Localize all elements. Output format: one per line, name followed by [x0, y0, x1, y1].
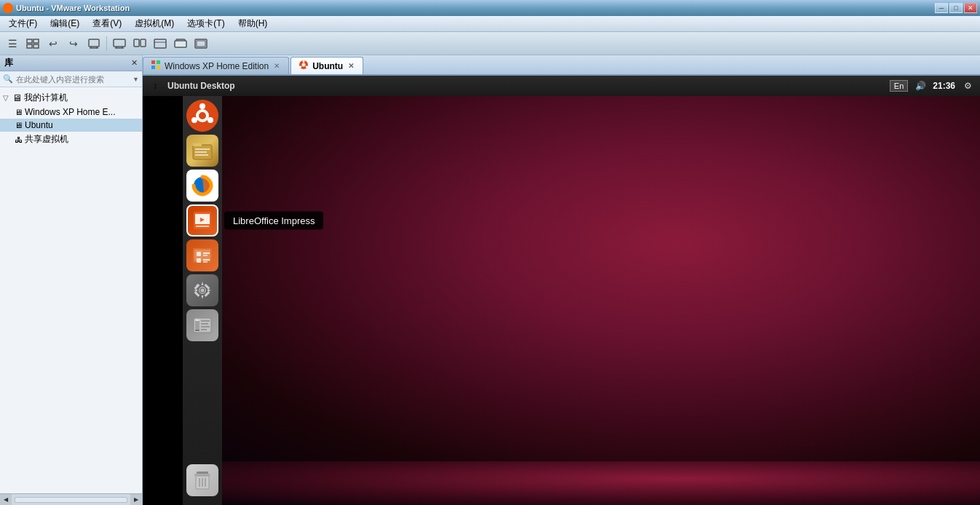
launcher-trash-button[interactable] — [186, 464, 218, 496]
launcher-disk-wrap — [186, 309, 218, 341]
svg-rect-51 — [197, 258, 201, 263]
ubuntu-panel-sort-icon[interactable]: ↕ — [149, 79, 162, 92]
tree-root-item[interactable]: ▽ 🖥 我的计算机 — [0, 90, 142, 106]
toolbar-btn-1[interactable]: ☰ — [3, 35, 22, 52]
svg-rect-45 — [196, 226, 209, 227]
ubuntu-lang-button[interactable]: En — [890, 80, 908, 92]
tree-label-shared: 共享虚拟机 — [25, 133, 68, 146]
svg-rect-13 — [134, 39, 139, 47]
winxp-icon: 🖥 — [15, 108, 23, 116]
tab-ubuntu-close[interactable]: ✕ — [347, 62, 355, 70]
svg-rect-3 — [27, 44, 32, 48]
svg-rect-48 — [197, 252, 201, 256]
svg-rect-22 — [157, 60, 160, 64]
tree-item-shared[interactable]: 🖧 共享虚拟机 — [0, 132, 142, 147]
desktop-bottom-strip — [143, 461, 980, 505]
ubuntu-panel-title: Ubuntu Desktop — [167, 81, 235, 91]
tab-winxp[interactable]: Windows XP Home Edition ✕ — [143, 57, 289, 74]
launcher-impress-wrap: LibreOffice Impress — [186, 204, 218, 236]
svg-rect-4 — [33, 44, 39, 48]
svg-rect-18 — [175, 41, 186, 47]
svg-rect-15 — [154, 39, 166, 48]
tree-area: ▽ 🖥 我的计算机 🖥 Windows XP Home E... 🖥 Ubunt… — [0, 87, 142, 493]
svg-point-34 — [191, 117, 197, 123]
toolbar-btn-vm3[interactable] — [151, 35, 170, 52]
tab-bar: Windows XP Home Edition ✕ Ubuntu ✕ — [143, 55, 980, 76]
launcher-ubuntu-button[interactable] — [186, 100, 218, 132]
search-dropdown-icon[interactable]: ▼ — [133, 76, 139, 83]
toolbar-btn-vm1[interactable] — [110, 35, 129, 52]
toolbar-btn-vm5[interactable] — [191, 35, 210, 52]
ubuntu-settings-icon[interactable]: ⚙ — [961, 79, 974, 92]
tree-root-label: 我的计算机 — [24, 92, 68, 104]
toolbar-btn-undo[interactable]: ↩ — [44, 35, 63, 52]
right-panel: Windows XP Home Edition ✕ Ubuntu ✕ — [143, 55, 980, 505]
menu-help[interactable]: 帮助(H) — [232, 16, 274, 31]
main-content: 库 ✕ 🔍 ▼ ▽ 🖥 我的计算机 🖥 Windows XP Home E...… — [0, 55, 980, 505]
launcher-settings-button[interactable] — [186, 274, 218, 306]
minimize-button[interactable]: ─ — [935, 3, 948, 13]
tab-winxp-icon — [151, 60, 161, 72]
toolbar-btn-vm4[interactable] — [171, 35, 190, 52]
launcher-files-button[interactable] — [186, 135, 218, 167]
left-panel-scrollbar: ◀ ▶ — [0, 493, 142, 505]
window-title: Ubuntu - VMware Workstation — [16, 4, 130, 12]
ubuntu-desktop: ↕ Ubuntu Desktop En 🔊 21:36 ⚙ — [143, 76, 980, 505]
tree-toggle-root[interactable]: ▽ — [3, 94, 10, 102]
desktop-area: LibreOffice Impress — [143, 96, 980, 461]
svg-point-26 — [302, 63, 306, 67]
ubuntu-wallpaper[interactable] — [222, 96, 980, 461]
svg-rect-57 — [194, 291, 200, 297]
wallpaper-bottom — [222, 461, 980, 505]
search-input[interactable] — [16, 75, 130, 84]
scroll-left-button[interactable]: ◀ — [0, 494, 12, 506]
svg-point-60 — [201, 289, 205, 293]
computer-icon: 🖥 — [12, 92, 22, 103]
svg-rect-5 — [89, 39, 99, 47]
svg-rect-39 — [195, 151, 207, 153]
toolbar-btn-2[interactable] — [23, 35, 42, 52]
left-panel: 库 ✕ 🔍 ▼ ▽ 🖥 我的计算机 🖥 Windows XP Home E...… — [0, 55, 143, 505]
tree-item-winxp[interactable]: 🖥 Windows XP Home E... — [0, 106, 142, 119]
svg-rect-24 — [157, 65, 160, 69]
title-bar-left: Ubuntu - VMware Workstation — [3, 3, 130, 13]
search-icon: 🔍 — [3, 74, 13, 84]
title-bar: Ubuntu - VMware Workstation ─ □ ✕ — [0, 0, 980, 16]
tree-item-ubuntu[interactable]: 🖥 Ubuntu — [0, 119, 142, 132]
scroll-right-button[interactable]: ▶ — [130, 494, 142, 506]
launcher-impress-button[interactable] — [186, 204, 218, 236]
launcher-software-button[interactable] — [186, 239, 218, 271]
close-button[interactable]: ✕ — [964, 3, 977, 13]
menu-tabs[interactable]: 选项卡(T) — [181, 16, 230, 31]
ubuntu-panel-right: En 🔊 21:36 ⚙ — [890, 79, 974, 92]
library-close-button[interactable]: ✕ — [131, 58, 138, 68]
menu-vm[interactable]: 虚拟机(M) — [129, 16, 180, 31]
svg-rect-70 — [197, 472, 208, 474]
svg-rect-65 — [195, 330, 199, 331]
library-title: 库 — [4, 57, 13, 69]
library-header: 库 ✕ — [0, 55, 142, 71]
menu-edit[interactable]: 编辑(E) — [44, 16, 85, 31]
tree-label-ubuntu: Ubuntu — [25, 120, 53, 130]
vm-viewport[interactable]: ↕ Ubuntu Desktop En 🔊 21:36 ⚙ — [143, 76, 980, 505]
launcher-bottom-section — [183, 461, 222, 505]
toolbar-btn-vm2[interactable] — [130, 35, 149, 52]
svg-rect-21 — [151, 60, 155, 64]
scrollbar-track[interactable] — [15, 497, 127, 503]
launcher-firefox-button[interactable] — [186, 170, 218, 202]
menu-file[interactable]: 文件(F) — [3, 16, 43, 31]
ubuntu-tree-icon: 🖥 — [15, 121, 23, 130]
tab-winxp-label: Windows XP Home Edition — [165, 61, 269, 71]
launcher-disk-button[interactable] — [186, 309, 218, 341]
tab-ubuntu[interactable]: Ubuntu ✕ — [291, 57, 363, 74]
menu-view[interactable]: 查看(V) — [87, 16, 127, 31]
svg-rect-53 — [203, 261, 208, 263]
ubuntu-panel-left: ↕ Ubuntu Desktop — [149, 79, 235, 92]
tab-winxp-close[interactable]: ✕ — [272, 62, 281, 70]
maximize-button[interactable]: □ — [949, 3, 963, 13]
toolbar-btn-5[interactable] — [84, 35, 103, 52]
shared-vm-icon: 🖧 — [15, 135, 23, 144]
svg-point-27 — [303, 60, 305, 63]
ubuntu-volume-icon[interactable]: 🔊 — [914, 79, 927, 92]
toolbar-btn-redo[interactable]: ↪ — [64, 35, 83, 52]
